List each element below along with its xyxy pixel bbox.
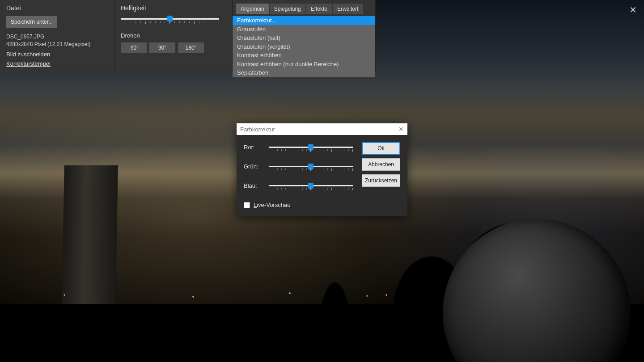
crop-link[interactable]: Bild zuschneiden bbox=[6, 51, 108, 58]
color-correction-dialog: Farbkorrektur ✕ Ok Abbrechen Zurücksetze… bbox=[237, 123, 407, 216]
red-ticks bbox=[269, 149, 353, 152]
blue-label: Blau: bbox=[244, 182, 269, 189]
filter-sepia[interactable]: Sepiafarben bbox=[233, 68, 375, 77]
rotate-neg90-button[interactable]: -90° bbox=[121, 42, 147, 53]
live-preview-label[interactable]: Live-Vorschau bbox=[254, 202, 290, 208]
filter-grayscale-cold[interactable]: Graustufen (kalt) bbox=[233, 34, 375, 42]
file-panel-title: Datei bbox=[6, 4, 108, 12]
save-as-button[interactable]: Speichern unter... bbox=[6, 16, 57, 28]
green-label: Grün: bbox=[244, 163, 269, 170]
ok-button[interactable]: Ok bbox=[362, 142, 400, 155]
correction-stamp-link[interactable]: Korrekturstempel bbox=[6, 60, 108, 67]
filter-contrast-up-dark[interactable]: Kontrast erhöhen (nur dunkle Bereiche) bbox=[233, 60, 375, 69]
tab-effects[interactable]: Effekte bbox=[306, 4, 332, 14]
file-panel: Datei Speichern unter... DSC_0957.JPG 42… bbox=[0, 0, 114, 72]
red-slider[interactable] bbox=[269, 147, 353, 148]
dialog-titlebar[interactable]: Farbkorrektur ✕ bbox=[237, 123, 407, 135]
rotate-180-button[interactable]: 180° bbox=[178, 42, 204, 53]
cancel-button[interactable]: Abbrechen bbox=[362, 158, 400, 171]
filter-color-correction[interactable]: Farbkorrektur... bbox=[233, 16, 375, 25]
tab-general[interactable]: Allgemein bbox=[236, 4, 269, 14]
filename-label: DSC_0957.JPG bbox=[6, 33, 108, 41]
red-label: Rot: bbox=[244, 144, 269, 151]
filter-grayscale-yellowed[interactable]: Graustufen (vergilbt) bbox=[233, 42, 375, 51]
tab-mirror[interactable]: Spiegelung bbox=[270, 4, 305, 14]
green-slider[interactable] bbox=[269, 166, 353, 167]
dimensions-label: 4288x2848 Pixel (12,21 Megapixel) bbox=[6, 41, 108, 48]
filters-panel: Allgemein Spiegelung Effekte Erweitert F… bbox=[233, 0, 376, 72]
blue-ticks bbox=[269, 188, 353, 190]
close-icon[interactable]: ✕ bbox=[629, 4, 637, 15]
brightness-slider[interactable] bbox=[121, 18, 219, 20]
green-ticks bbox=[269, 168, 353, 171]
brightness-title: Helligkeit bbox=[121, 4, 226, 12]
dialog-close-icon[interactable]: ✕ bbox=[398, 126, 404, 133]
tab-advanced[interactable]: Erweitert bbox=[333, 4, 363, 14]
top-toolbar: Datei Speichern unter... DSC_0957.JPG 42… bbox=[0, 0, 644, 72]
filter-contrast-up[interactable]: Kontrast erhöhen bbox=[233, 51, 375, 60]
rotate-title: Drehen bbox=[121, 32, 226, 39]
brightness-panel: Helligkeit Drehen -90° 90° 180° bbox=[114, 0, 233, 72]
dialog-title-text: Farbkorrektur bbox=[240, 126, 275, 133]
blue-slider[interactable] bbox=[269, 185, 353, 186]
rotate-90-button[interactable]: 90° bbox=[149, 42, 175, 53]
reset-button[interactable]: Zurücksetzen bbox=[362, 174, 400, 187]
filter-list: Farbkorrektur... Graustufen Graustufen (… bbox=[233, 16, 375, 77]
live-preview-checkbox[interactable] bbox=[244, 202, 250, 208]
filter-grayscale[interactable]: Graustufen bbox=[233, 25, 375, 34]
